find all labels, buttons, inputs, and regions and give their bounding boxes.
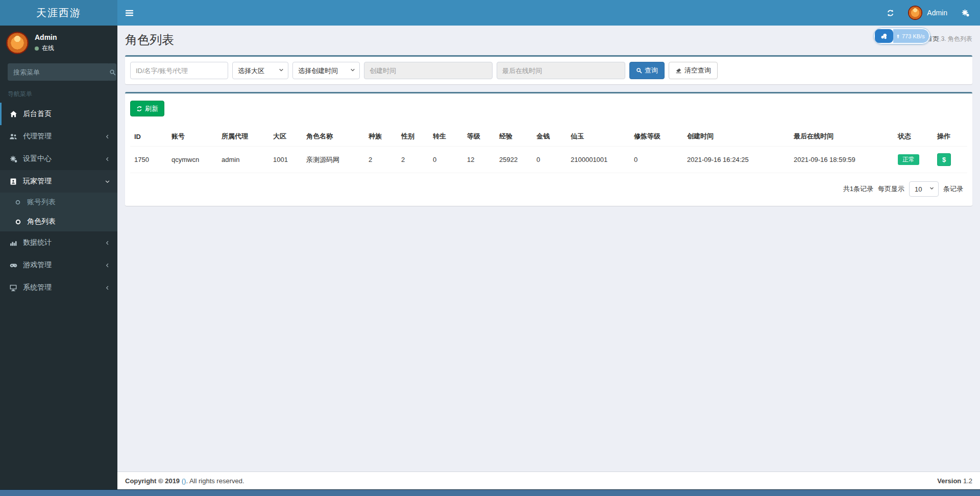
search-button[interactable]	[109, 63, 116, 81]
sidebar-item-label: 系统管理	[23, 283, 52, 292]
cell-exp: 25922	[495, 147, 532, 173]
settings-button[interactable]	[953, 0, 977, 26]
search-icon	[109, 69, 116, 76]
sidebar-toggle-button[interactable]	[117, 0, 141, 26]
refresh-icon	[136, 106, 142, 112]
zone-select[interactable]: 选择大区	[232, 62, 288, 79]
column-header: 经验	[495, 127, 532, 147]
sidebar-user-panel: Admin 在线	[0, 26, 117, 61]
sidebar-search	[8, 63, 110, 81]
column-header: 角色名称	[302, 127, 364, 147]
sidebar-item-settings-center[interactable]: 设置中心	[0, 148, 117, 170]
download-widget[interactable]: 773 KB/s	[873, 28, 930, 44]
column-header: 大区	[269, 127, 302, 147]
refresh-table-button[interactable]: 刷新	[130, 101, 164, 116]
money-action-button[interactable]: $	[937, 153, 951, 166]
column-header: 仙玉	[567, 127, 630, 147]
create-time-input[interactable]	[364, 62, 493, 79]
cell-gender: 2	[397, 147, 429, 173]
cogs-icon	[961, 9, 969, 17]
content-wrapper: 角色列表 首页 › 角色列表 773 KB/s 选择大区	[117, 26, 980, 471]
records-unit-label: 条记录	[943, 184, 963, 194]
sidebar-item-account-list[interactable]: 账号列表	[0, 193, 117, 212]
breadcrumb-current: 角色列表	[948, 35, 972, 43]
circle-icon	[13, 219, 22, 225]
refresh-page-button[interactable]	[878, 0, 902, 26]
per-page-select[interactable]: 10	[909, 181, 939, 197]
sidebar-item-role-list[interactable]: 角色列表	[0, 212, 117, 231]
cell-status: 正常	[894, 147, 933, 173]
user-menu[interactable]: Admin	[902, 0, 953, 26]
avatar	[908, 6, 922, 20]
app-logo[interactable]: 天涯西游	[0, 0, 117, 26]
cell-level: 12	[463, 147, 495, 173]
sidebar-item-system-management[interactable]: 系统管理	[0, 276, 117, 299]
pagination: 共1条记录 每页显示 10 条记录	[130, 173, 967, 206]
cell-last-online: 2021-09-16 18:59:59	[790, 147, 894, 173]
sidebar-item-label: 游戏管理	[23, 261, 52, 270]
cell-xianyu: 2100001001	[567, 147, 630, 173]
nav-section-label: 导航菜单	[0, 84, 117, 103]
sidebar-item-label: 角色列表	[27, 217, 56, 226]
username-label: Admin	[927, 9, 947, 17]
create-time-select[interactable]: 选择创建时间	[292, 62, 360, 79]
status-badge: 正常	[898, 154, 919, 164]
desktop-icon	[8, 284, 19, 292]
players-submenu: 账号列表 角色列表	[0, 193, 117, 231]
cell-money: 0	[532, 147, 567, 173]
role-table: ID 账号 所属代理 大区 角色名称 种族 性别 转生 等级 经验 金钱 仙玉 …	[130, 127, 967, 173]
cell-created: 2021-09-16 16:24:25	[683, 147, 790, 173]
cell-id: 1750	[130, 147, 167, 173]
table-header-row: ID 账号 所属代理 大区 角色名称 种族 性别 转生 等级 经验 金钱 仙玉 …	[130, 127, 967, 147]
up-arrow-icon	[896, 34, 900, 39]
chevron-down-icon	[105, 179, 110, 184]
role-table-box: 刷新 ID 账号 所属代理 大区 角色名称 种族	[125, 92, 972, 206]
sidebar-user-name: Admin	[35, 33, 57, 41]
column-header: 性别	[397, 127, 429, 147]
cogs-icon	[8, 155, 19, 163]
page-title: 角色列表	[125, 32, 972, 48]
search-input[interactable]	[8, 63, 109, 81]
clear-query-button[interactable]: 清空查询	[669, 62, 718, 79]
cell-agent: admin	[217, 147, 269, 173]
search-icon	[636, 67, 642, 74]
total-records-label: 共1条记录	[843, 184, 873, 194]
cloud-disk-icon	[875, 29, 893, 43]
cell-rebirth: 0	[429, 147, 463, 173]
sidebar-item-label: 数据统计	[23, 238, 52, 247]
query-button[interactable]: 查询	[629, 62, 665, 79]
last-online-input[interactable]	[497, 62, 625, 79]
chevron-left-icon	[105, 285, 110, 291]
home-icon	[8, 110, 19, 118]
sidebar-item-game-management[interactable]: 游戏管理	[0, 254, 117, 276]
main-footer: Copyright © 2019 (). All rights reserved…	[117, 471, 980, 489]
column-header: 修炼等级	[630, 127, 683, 147]
copyright-text: Copyright © 2019 (). All rights reserved…	[125, 477, 244, 485]
sidebar-item-statistics[interactable]: 数据统计	[0, 231, 117, 254]
sidebar-item-dashboard[interactable]: 后台首页	[0, 103, 117, 125]
column-header: 所属代理	[217, 127, 269, 147]
cell-zone: 1001	[269, 147, 302, 173]
column-header: 状态	[894, 127, 933, 147]
sidebar-item-players[interactable]: 玩家管理	[0, 170, 117, 193]
table-row: 1750 qcymwcn admin 1001 亲测源码网 2 2 0 12 2…	[130, 147, 967, 173]
top-navbar: Admin	[117, 0, 980, 26]
navbar-right: Admin	[878, 0, 980, 26]
cell-account: qcymwcn	[167, 147, 217, 173]
filter-box: 选择大区 选择创建时间 查询	[125, 55, 972, 84]
hamburger-icon	[125, 9, 134, 17]
keyword-input[interactable]	[130, 62, 228, 79]
avatar	[6, 32, 29, 54]
sidebar-item-label: 设置中心	[23, 154, 52, 163]
sidebar-item-agents[interactable]: 代理管理	[0, 125, 117, 148]
chevron-left-icon	[105, 240, 110, 246]
sidebar-user-status: 在线	[35, 44, 57, 53]
chevron-left-icon	[105, 134, 110, 139]
column-header: 创建时间	[683, 127, 790, 147]
per-page-label: 每页显示	[878, 184, 904, 194]
version-text: Version 1.2	[937, 477, 972, 485]
upload-speed-badge: 773 KB/s	[893, 29, 929, 43]
chevron-left-icon	[105, 263, 110, 268]
column-header: 最后在线时间	[790, 127, 894, 147]
online-status-icon	[35, 46, 39, 51]
